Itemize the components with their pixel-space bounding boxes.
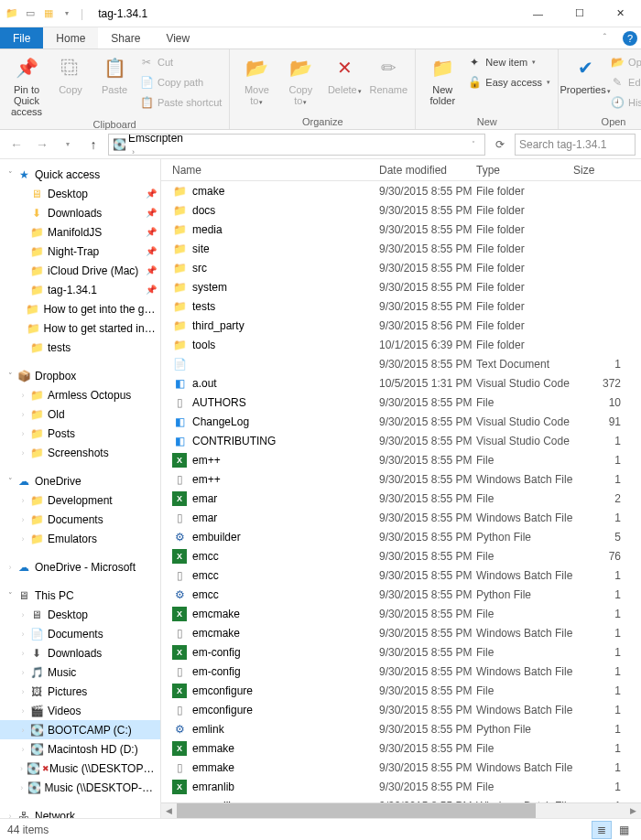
expander-icon[interactable]: ›: [16, 429, 29, 438]
view-large-icons-button[interactable]: ▦: [614, 821, 634, 839]
navigation-pane[interactable]: ˅★Quick access🖥Desktop📌⬇Downloads📌📁Manif…: [0, 159, 161, 818]
file-row[interactable]: ▯emranlib9/30/2015 8:55 PMWindows Batch …: [161, 796, 641, 802]
file-row[interactable]: Xemar9/30/2015 8:55 PMFile2: [161, 489, 641, 508]
tree-item[interactable]: ›🖧Network: [0, 806, 160, 818]
edit-button[interactable]: ✎Edit: [610, 73, 641, 92]
expander-icon[interactable]: ›: [4, 563, 16, 572]
properties-icon[interactable]: ▭: [22, 5, 38, 22]
breadcrumb-dropdown-icon[interactable]: ˅: [466, 134, 481, 156]
file-row[interactable]: ⚙embuilder9/30/2015 8:55 PMPython File5: [161, 527, 641, 546]
tree-item[interactable]: ›💽Macintosh HD (D:): [0, 739, 160, 759]
file-row[interactable]: Xem-config9/30/2015 8:55 PMFile1: [161, 642, 641, 662]
tree-item[interactable]: 🖥Desktop📌: [0, 184, 160, 203]
recent-dropdown-icon[interactable]: ▾: [57, 134, 79, 156]
breadcrumb[interactable]: 💽 BOOTCAMP (C:)›Program Files›Emscripten…: [108, 134, 485, 156]
file-row[interactable]: 📄9/30/2015 8:55 PMText Document1: [161, 354, 641, 373]
expander-icon[interactable]: ›: [4, 812, 16, 819]
file-row[interactable]: ◧CONTRIBUTING9/30/2015 8:55 PMVisual Stu…: [161, 431, 641, 450]
expander-icon[interactable]: ›: [16, 610, 29, 619]
file-row[interactable]: ⚙emcc9/30/2015 8:55 PMPython File1: [161, 585, 641, 604]
refresh-button[interactable]: ⟳: [489, 134, 511, 156]
tree-item[interactable]: ›💽BOOTCAMP (C:): [0, 720, 160, 739]
file-row[interactable]: ▯em-config9/30/2015 8:55 PMWindows Batch…: [161, 662, 641, 681]
file-row[interactable]: ▯emar9/30/2015 8:55 PMWindows Batch File…: [161, 508, 641, 527]
file-row[interactable]: 📁media9/30/2015 8:55 PMFile folder: [161, 220, 641, 239]
file-row[interactable]: ▯emcc9/30/2015 8:55 PMWindows Batch File…: [161, 565, 641, 585]
file-row[interactable]: ▯AUTHORS9/30/2015 8:55 PMFile10: [161, 393, 641, 412]
expander-icon[interactable]: ›: [16, 410, 29, 419]
file-row[interactable]: ▯emmake9/30/2015 8:55 PMWindows Batch Fi…: [161, 758, 641, 777]
tree-item[interactable]: 📁How to get into the games indu: [0, 299, 160, 318]
cut-button[interactable]: ✂Cut: [139, 53, 222, 71]
tree-item[interactable]: ⬇Downloads📌: [0, 203, 160, 222]
expander-icon[interactable]: ›: [16, 649, 29, 658]
tree-item[interactable]: ›📁Development: [0, 490, 160, 510]
file-row[interactable]: 📁tests9/30/2015 8:55 PMFile folder: [161, 296, 641, 316]
file-row[interactable]: Xemconfigure9/30/2015 8:55 PMFile1: [161, 681, 641, 700]
tree-item[interactable]: ˅★Quick access: [0, 165, 160, 184]
tab-file[interactable]: File: [0, 27, 43, 48]
move-to-button[interactable]: 📂 Move to▾: [237, 53, 276, 106]
file-row[interactable]: ▯em++9/30/2015 8:55 PMWindows Batch File…: [161, 469, 641, 489]
file-row[interactable]: 📁system9/30/2015 8:55 PMFile folder: [161, 277, 641, 296]
column-size[interactable]: Size: [573, 164, 641, 177]
up-button[interactable]: ↑: [82, 134, 104, 156]
expander-icon[interactable]: ›: [16, 764, 27, 773]
tree-item[interactable]: 📁tests: [0, 338, 160, 357]
tree-item[interactable]: ›📁Armless Octopus: [0, 385, 160, 404]
new-item-button[interactable]: ✦New item▾: [467, 53, 550, 71]
pin-to-quick-access-button[interactable]: 📌 Pin to Quick access: [7, 53, 46, 117]
horizontal-scrollbar[interactable]: ◀ ▶: [161, 802, 641, 818]
file-row[interactable]: 📁src9/30/2015 8:55 PMFile folder: [161, 258, 641, 277]
tree-item[interactable]: ˅☁OneDrive: [0, 471, 160, 490]
file-row[interactable]: ⚙emlink9/30/2015 8:55 PMPython File1: [161, 719, 641, 738]
new-folder-button[interactable]: 📁 New folder: [423, 53, 462, 106]
column-type[interactable]: Type: [476, 164, 573, 177]
qat-dropdown-icon[interactable]: ▾: [59, 5, 75, 22]
tab-share[interactable]: Share: [98, 27, 153, 48]
file-row[interactable]: Xemcmake9/30/2015 8:55 PMFile1: [161, 604, 641, 623]
copy-path-button[interactable]: 📄Copy path: [139, 73, 222, 92]
help-button[interactable]: ?: [619, 27, 641, 48]
file-row[interactable]: Xemranlib9/30/2015 8:55 PMFile1: [161, 777, 641, 796]
expander-icon[interactable]: ›: [16, 391, 29, 400]
new-folder-icon[interactable]: ▦: [40, 5, 57, 22]
ribbon-collapse-icon[interactable]: ˆ: [591, 27, 619, 48]
tree-item[interactable]: ›📄Documents: [0, 624, 160, 643]
file-row[interactable]: Xem++9/30/2015 8:55 PMFile1: [161, 450, 641, 469]
file-row[interactable]: 📁docs9/30/2015 8:55 PMFile folder: [161, 200, 641, 220]
tab-view[interactable]: View: [153, 27, 202, 48]
expander-icon[interactable]: ˅: [4, 591, 16, 600]
file-row[interactable]: 📁tools10/1/2015 6:39 PMFile folder: [161, 335, 641, 354]
expander-icon[interactable]: ›: [16, 448, 29, 458]
expander-icon[interactable]: ›: [16, 726, 29, 735]
back-button[interactable]: ←: [5, 134, 27, 156]
file-row[interactable]: 📁site9/30/2015 8:55 PMFile folder: [161, 239, 641, 258]
tree-item[interactable]: ˅🖥This PC: [0, 586, 160, 605]
expander-icon[interactable]: ›: [16, 668, 29, 677]
tree-item[interactable]: ›📁Old: [0, 404, 160, 424]
expander-icon[interactable]: ›: [16, 687, 29, 696]
expander-icon[interactable]: ˅: [4, 170, 16, 179]
copy-button[interactable]: ⿻ Copy: [51, 53, 90, 95]
file-row[interactable]: 📁cmake9/30/2015 8:55 PMFile folder: [161, 181, 641, 200]
tree-item[interactable]: 📁ManifoldJS📌: [0, 222, 160, 242]
tree-item[interactable]: ›📁Documents: [0, 510, 160, 529]
expander-icon[interactable]: ˅: [4, 477, 16, 486]
forward-button[interactable]: →: [31, 134, 53, 156]
minimize-button[interactable]: —: [517, 0, 559, 27]
tree-item[interactable]: ›⬇Downloads: [0, 643, 160, 662]
expander-icon[interactable]: ›: [16, 630, 29, 639]
file-row[interactable]: ▯emconfigure9/30/2015 8:55 PMWindows Bat…: [161, 700, 641, 719]
maximize-button[interactable]: ☐: [559, 0, 600, 27]
tree-item[interactable]: ›☁OneDrive - Microsoft: [0, 557, 160, 576]
open-button[interactable]: 📂Open▾: [610, 53, 641, 71]
tree-item[interactable]: ›📁Posts: [0, 424, 160, 443]
file-row[interactable]: Xemmake9/30/2015 8:55 PMFile1: [161, 738, 641, 758]
tree-item[interactable]: 📁Night-Trap📌: [0, 242, 160, 261]
file-row[interactable]: ◧ChangeLog9/30/2015 8:55 PMVisual Studio…: [161, 412, 641, 431]
delete-button[interactable]: ✕ Delete▾: [325, 53, 364, 95]
tree-item[interactable]: 📁tag-1.34.1📌: [0, 280, 160, 299]
tree-item[interactable]: ›🎬Videos: [0, 701, 160, 720]
tab-home[interactable]: Home: [43, 27, 98, 48]
